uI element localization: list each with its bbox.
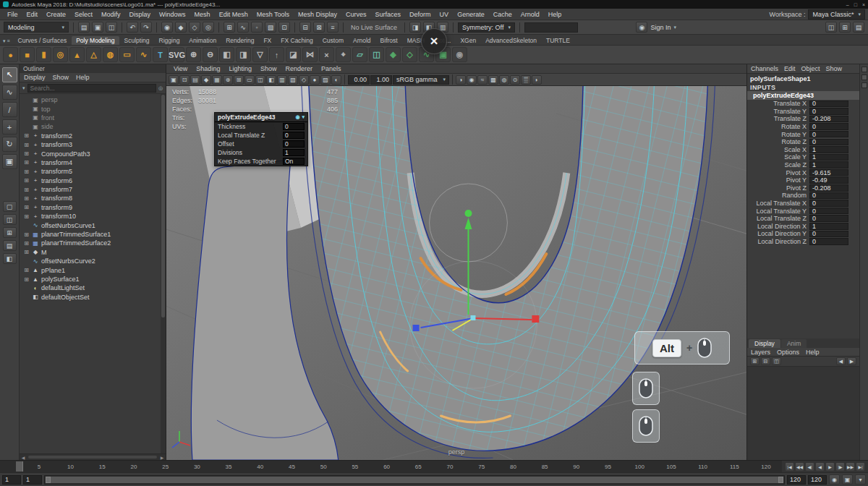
viewport-menu-item[interactable]: Panels xyxy=(317,65,346,72)
menu-set-dropdown[interactable]: Modeling ▾ xyxy=(4,22,69,33)
shelf-tab[interactable]: Animation xyxy=(184,36,221,45)
expand-toggle-icon[interactable]: ⊞ xyxy=(23,195,30,202)
outliner-item[interactable]: ∿ offsetNurbsCurve1 xyxy=(21,221,166,229)
shaded-mode-icon[interactable]: ● xyxy=(310,75,320,85)
layer-options-icon[interactable]: ◫ xyxy=(772,357,781,365)
range-end-handle[interactable] xyxy=(778,477,783,483)
expand-toggle-icon[interactable]: ⊞ xyxy=(23,132,30,139)
frame-tick-label[interactable]: 10 xyxy=(55,461,87,472)
viewport-menu-item[interactable]: View xyxy=(169,65,192,72)
depth-peeling-icon[interactable]: ◍ xyxy=(499,75,509,85)
snap-curve-icon[interactable]: ∿ xyxy=(237,22,249,33)
separate-icon[interactable]: ⊖ xyxy=(203,47,218,62)
attribute-label[interactable]: Translate Z xyxy=(747,115,809,122)
outliner-item[interactable]: ∿ offsetNurbsCurve2 xyxy=(21,257,166,265)
select-hierarchy-icon[interactable]: ◉ xyxy=(161,22,173,33)
attribute-label[interactable]: Local Translate X xyxy=(747,200,809,207)
menu-item[interactable]: Generate xyxy=(453,11,489,18)
svg-tool-icon[interactable]: SVG xyxy=(169,47,184,62)
frame-tick-label[interactable]: 35 xyxy=(213,461,244,472)
scale-tool[interactable]: ▣ xyxy=(2,154,17,169)
attribute-label[interactable]: Translate X xyxy=(747,100,809,107)
frame-tick-label[interactable]: 60 xyxy=(371,461,403,472)
outliner-item[interactable]: ⊞ ▦ planarTrimmedSurface1 xyxy=(21,230,166,239)
layout-two-panes[interactable]: ◫ xyxy=(3,214,17,225)
rotate-tool[interactable]: ↻ xyxy=(2,137,17,152)
frame-tick-label[interactable]: 80 xyxy=(498,461,529,472)
attribute-label[interactable]: Local Direction Z xyxy=(747,238,809,245)
new-layer-from-selected-icon[interactable]: ⊟ xyxy=(761,357,770,365)
attribute-value-field[interactable]: 0 xyxy=(809,192,848,200)
hotbox-controls-icon[interactable]: ◫ xyxy=(825,22,837,33)
workspace-dropdown[interactable]: Maya Classic* ▾ xyxy=(808,9,865,20)
camera-attributes-icon[interactable]: ▤ xyxy=(190,75,200,85)
frame-tick-label[interactable]: 120 xyxy=(750,461,782,472)
menu-item[interactable]: Mesh xyxy=(190,11,215,18)
filter-icon[interactable]: ▾ xyxy=(22,85,25,91)
input-connections-icon[interactable]: ⊟ xyxy=(299,22,311,33)
frame-tick-label[interactable]: 55 xyxy=(339,461,371,472)
character-set-icon[interactable]: ▾ xyxy=(855,474,866,485)
frame-tick-label[interactable]: 100 xyxy=(624,461,655,472)
move-tool[interactable]: + xyxy=(2,119,17,135)
menu-item[interactable]: Curves xyxy=(341,11,371,18)
attribute-editor-toggle-icon[interactable] xyxy=(861,67,867,72)
playback-start-field[interactable]: 1 xyxy=(23,475,42,485)
scroll-left-icon[interactable]: ◀ xyxy=(20,454,27,460)
attribute-value-field[interactable]: 1 xyxy=(809,161,848,169)
outliner-item[interactable]: ⊞ ▦ planarTrimmedSurface2 xyxy=(21,239,166,247)
shelf-tab[interactable]: XGen xyxy=(456,36,480,45)
attribute-value-field[interactable]: 0 xyxy=(809,139,848,146)
attribute-label[interactable]: Scale Y xyxy=(747,153,809,161)
layer-editor-menu-item[interactable]: Help xyxy=(806,349,820,356)
attribute-label[interactable]: Translate Y xyxy=(747,108,809,115)
menu-item[interactable]: Cache xyxy=(489,11,516,18)
step-forward-key-button[interactable]: |▶ xyxy=(835,462,845,472)
playback-end-field[interactable]: 120 xyxy=(787,475,806,485)
boolean-union-icon[interactable]: ◧ xyxy=(219,47,234,62)
pin-editor-icon[interactable]: ◉ xyxy=(295,114,299,120)
viewport-menu-item[interactable]: Renderer xyxy=(281,65,317,72)
outliner-item[interactable]: ⊞ + transform10 xyxy=(21,212,166,221)
layer-editor-menu-item[interactable]: Options xyxy=(777,349,799,356)
boolean-difference-icon[interactable]: ◨ xyxy=(236,47,251,62)
close-overlay-button[interactable]: × xyxy=(421,28,447,54)
animation-prefs-icon[interactable]: ▣ xyxy=(842,474,853,485)
attribute-value-field[interactable]: 0 xyxy=(809,200,848,207)
channel-box-menu-item[interactable]: Object xyxy=(801,65,820,72)
attribute-value-field[interactable]: 0 xyxy=(809,231,848,238)
attribute-value-field[interactable]: 0 xyxy=(809,101,848,108)
go-to-start-button[interactable]: |◀ xyxy=(785,462,794,472)
use-all-lights-icon[interactable]: ◐ xyxy=(331,75,341,85)
outliner-item[interactable]: ⊞ + transform9 xyxy=(21,203,166,212)
layout-three-panes[interactable]: ▤ xyxy=(3,240,17,251)
move-layer-down-icon[interactable]: ▶ xyxy=(847,357,856,365)
snap-plane-icon[interactable]: ▧ xyxy=(265,22,276,33)
attribute-label[interactable]: Local Translate Z xyxy=(747,215,809,222)
output-connections-icon[interactable]: ⊠ xyxy=(313,22,325,33)
frame-tick-label[interactable]: 20 xyxy=(118,461,150,472)
outliner-item[interactable]: ▣ side xyxy=(21,122,166,131)
shelf-tab[interactable]: Bifrost xyxy=(376,36,402,45)
frame-tick-label[interactable]: 105 xyxy=(655,461,687,472)
select-tool[interactable]: ↖ xyxy=(2,67,17,82)
gamma-mode-dropdown[interactable]: sRGB gamma ▾ xyxy=(393,75,449,85)
exposure-toggle-icon[interactable]: ◗ xyxy=(532,75,542,85)
viewport-menu-item[interactable]: Show xyxy=(256,65,281,72)
auto-keyframe-icon[interactable]: ◉ xyxy=(829,474,840,485)
menu-item[interactable]: Edit xyxy=(22,11,43,18)
attribute-value-field[interactable]: 0 xyxy=(809,123,848,130)
outliner-item[interactable]: ⊞ + transform7 xyxy=(21,185,166,194)
frame-tick-label[interactable]: 85 xyxy=(529,461,561,472)
outliner-item[interactable]: ⊞ + transform3 xyxy=(21,140,166,149)
frame-tick-label[interactable]: 90 xyxy=(561,461,592,472)
outliner-item[interactable]: ⊞ + transform5 xyxy=(21,167,166,176)
text-tool-icon[interactable]: T xyxy=(153,47,168,62)
shelf-tab[interactable]: Poly Modeling xyxy=(72,36,119,45)
frame-tick-label[interactable]: 70 xyxy=(434,461,466,472)
frame-tick-label[interactable]: 75 xyxy=(466,461,498,472)
minimize-button[interactable]: – xyxy=(846,2,849,7)
frame-tick-label[interactable]: 15 xyxy=(86,461,118,472)
combine-icon[interactable]: ⊕ xyxy=(186,47,201,62)
menu-item[interactable]: Create xyxy=(42,11,70,18)
